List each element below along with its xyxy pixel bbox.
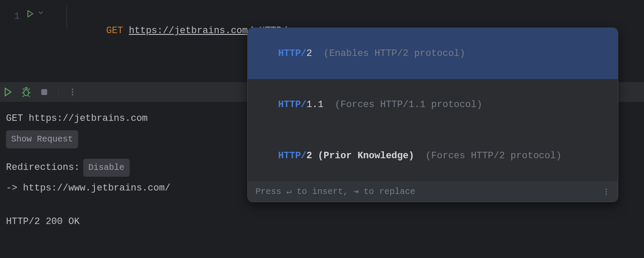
svg-point-6 [72, 91, 73, 93]
redirections-label: Redirections: [6, 159, 80, 177]
show-request-button[interactable]: Show Request [6, 130, 78, 148]
gutter-line-number: 1 [0, 0, 26, 82]
svg-point-3 [24, 90, 28, 96]
popup-more-icon[interactable] [602, 188, 610, 196]
autocomplete-item[interactable]: HTTP/1.1 (Forces HTTP/1.1 protocol) [248, 79, 618, 130]
request-url[interactable]: https://jetbrains.com/ [129, 25, 253, 36]
autocomplete-item[interactable]: HTTP/2 (Enables HTTP/2 protocol) [248, 28, 618, 79]
autocomplete-item[interactable]: HTTP/2 (Prior Knowledge) (Forces HTTP/2 … [248, 130, 618, 181]
popup-hint: Press ↵ to insert, ⇥ to replace [255, 185, 415, 198]
stop-icon[interactable] [39, 87, 49, 97]
debug-icon[interactable] [21, 86, 32, 98]
svg-point-7 [72, 94, 73, 96]
http-method: GET [106, 25, 123, 36]
svg-rect-4 [41, 89, 47, 95]
autocomplete-popup: HTTP/2 (Enables HTTP/2 protocol) HTTP/1.… [247, 28, 618, 202]
toolbar-separator [58, 86, 59, 98]
toolbar-more-icon[interactable] [68, 88, 77, 96]
svg-point-2 [605, 194, 607, 195]
response-status: HTTP/2 200 OK [6, 213, 638, 231]
svg-point-0 [605, 189, 607, 190]
run-icon[interactable] [3, 87, 13, 97]
svg-point-1 [605, 191, 607, 192]
run-request-icon[interactable] [26, 9, 34, 18]
svg-point-5 [72, 89, 73, 90]
run-dropdown-icon[interactable] [38, 9, 44, 15]
disable-redirections-button[interactable]: Disable [83, 159, 130, 177]
